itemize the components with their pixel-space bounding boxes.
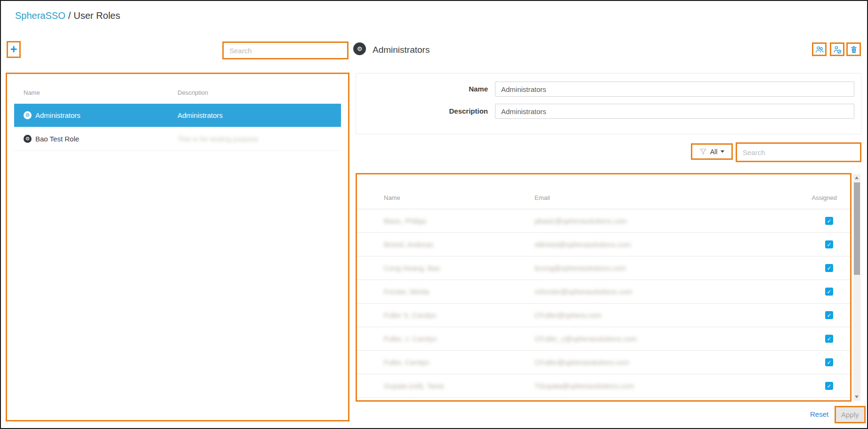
user-name-blurred: Bristol, Andreas (357, 240, 535, 248)
roles-table-header: Name Description (7, 74, 348, 104)
user-name-blurred: Cong Hoang, Bao (357, 264, 535, 272)
user-name-blurred: Fuller, Carolyn (357, 358, 535, 366)
scroll-down-arrow-icon[interactable] (855, 396, 859, 398)
assigned-checkbox[interactable]: ✓ (825, 382, 833, 390)
user-email-blurred: TGupata@spherasolutions.com (535, 382, 784, 390)
role-description-blurred: This is for testing purpose (178, 135, 259, 143)
user-email-blurred: CFuller_c@spherasolutions.com (535, 335, 784, 343)
users-table-scrollbar[interactable] (853, 174, 860, 401)
user-name-blurred: Basic, Philipp (357, 217, 535, 225)
assigned-checkbox[interactable]: ✓ (825, 240, 833, 248)
user-name-blurred: Fuller S, Carolyn (357, 311, 535, 319)
breadcrumb: SpheraSSO/User Roles (15, 10, 120, 21)
users-header-email: Email (535, 194, 784, 201)
role-name: Bao Test Role (35, 135, 79, 143)
role-icon: ⚙ (24, 135, 32, 143)
delete-role-button[interactable] (846, 42, 861, 56)
users-header-assigned: Assigned (784, 194, 850, 201)
user-email-blurred: pbasic@spherasolutions.com (535, 217, 784, 225)
user-row: Fuller, J. Carolyn CFuller_c@spherasolut… (357, 327, 850, 351)
breadcrumb-separator: / (68, 10, 71, 21)
funnel-icon (699, 148, 707, 155)
roles-search-input[interactable] (224, 43, 347, 58)
users-table-header: Name Email Assigned (357, 174, 850, 209)
users-search-input[interactable] (737, 144, 860, 161)
role-icon: ⚙ (24, 111, 32, 119)
role-name: Administrators (35, 111, 81, 119)
role-form: Name Description (356, 73, 861, 134)
trash-icon (850, 45, 858, 54)
scroll-up-arrow-icon[interactable] (855, 176, 859, 179)
users-table: Name Email Assigned Basic, Philipp pbasi… (356, 173, 852, 402)
roles-header-name: Name (14, 89, 178, 96)
roles-list-panel: Name Description ⚙ Administrators Admini… (6, 73, 349, 421)
user-row: Basic, Philipp pbasic@spherasolutions.co… (357, 209, 850, 233)
roles-search-box (222, 41, 349, 59)
user-row: Gupata (roll), Tania TGupata@spherasolut… (357, 374, 850, 398)
breadcrumb-app-link[interactable]: SpheraSSO (15, 10, 65, 21)
filter-value: All (710, 148, 718, 156)
user-email-blurred: bcong@spherasolutions.com (535, 264, 784, 272)
chevron-down-icon (721, 150, 724, 153)
reset-button[interactable]: Reset (810, 410, 828, 418)
apply-button[interactable]: Apply (836, 407, 864, 422)
filter-dropdown[interactable]: All (691, 143, 733, 160)
user-row: Fuller S, Carolyn CFuller@sphera.com ✓ (357, 304, 850, 327)
page-title: User Roles (73, 10, 120, 21)
users-header-name: Name (357, 194, 535, 201)
name-label: Name (356, 85, 488, 93)
user-email-blurred: mforster@spherasolutions.com (535, 288, 784, 296)
user-roles-page: SpheraSSO/User Roles + Name Description … (0, 0, 868, 429)
role-row-administrators[interactable]: ⚙ Administrators Administrators (14, 104, 341, 127)
user-email-blurred: ABristol@spherasolutions.com (535, 240, 784, 248)
add-role-button[interactable]: + (7, 41, 21, 58)
apply-button-frame: Apply (835, 406, 866, 423)
assigned-checkbox[interactable]: ✓ (825, 264, 833, 272)
unassign-user-button[interactable] (830, 42, 844, 56)
roles-header-description: Description (178, 89, 208, 96)
role-row-bao-test-role[interactable]: ⚙ Bao Test Role This is for testing purp… (14, 127, 341, 151)
user-name-blurred: Forster, Mirela (357, 288, 535, 296)
user-row: Cong Hoang, Bao bcong@spherasolutions.co… (357, 256, 850, 280)
description-field[interactable] (495, 104, 854, 119)
scrollbar-thumb[interactable] (854, 182, 860, 275)
detail-title: Administrators (373, 45, 430, 55)
user-name-blurred: Gupata (roll), Tania (357, 382, 535, 390)
role-badge-icon: ⚙ (353, 42, 366, 55)
users-icon (815, 45, 824, 54)
role-description: Administrators (178, 111, 223, 119)
assigned-checkbox[interactable]: ✓ (825, 311, 833, 319)
description-label: Description (356, 107, 488, 115)
assigned-checkbox[interactable]: ✓ (825, 358, 833, 366)
user-email-blurred: CFuller@sphera.com (535, 311, 784, 319)
users-search-box (736, 142, 861, 162)
name-field[interactable] (495, 82, 854, 97)
assigned-checkbox[interactable]: ✓ (825, 335, 833, 343)
assign-users-button[interactable] (812, 42, 827, 56)
user-name-blurred: Fuller, J. Carolyn (357, 335, 535, 343)
user-block-icon (833, 45, 842, 54)
user-email-blurred: CFuller@spherasolutions.com (535, 358, 784, 366)
user-row: Fuller, Carolyn CFuller@spherasolutions.… (357, 351, 850, 374)
user-row: Bristol, Andreas ABristol@spherasolution… (357, 233, 850, 256)
assigned-checkbox[interactable]: ✓ (825, 217, 833, 225)
assigned-checkbox[interactable]: ✓ (825, 288, 833, 296)
plus-icon: + (10, 43, 17, 55)
user-row: Forster, Mirela mforster@spherasolutions… (357, 280, 850, 304)
